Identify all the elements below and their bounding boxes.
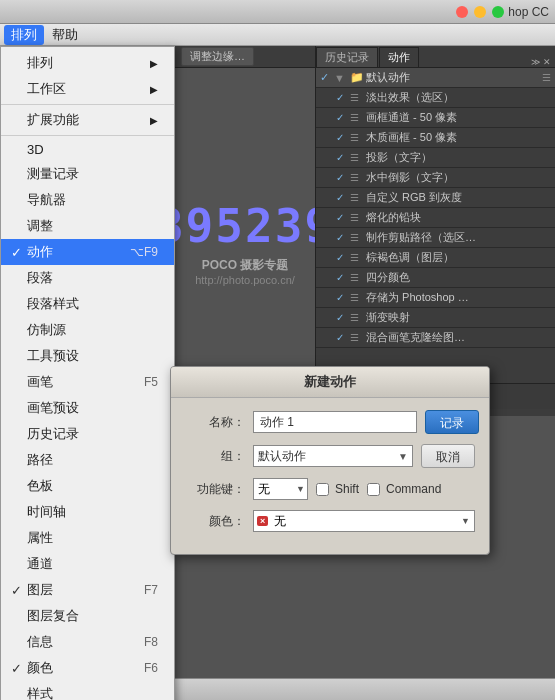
check-layer-comp: [11, 609, 25, 624]
menu-item-layers[interactable]: ✓ 图层 F7: [1, 577, 174, 603]
check-color: ✓: [11, 661, 25, 676]
menu-item-paths[interactable]: 路径: [1, 447, 174, 473]
check-adjust: [11, 219, 25, 234]
record-button[interactable]: 记录: [425, 410, 479, 434]
menu-item-navigator[interactable]: 导航器: [1, 187, 174, 213]
action-item-4[interactable]: ✓ ☰ 水中倒影（文字）: [316, 168, 555, 188]
action-item-6[interactable]: ✓ ☰ 熔化的铅块: [316, 208, 555, 228]
menu-item-history[interactable]: 历史记录: [1, 421, 174, 447]
menu-help[interactable]: 帮助: [44, 24, 86, 46]
maximize-button[interactable]: [492, 6, 504, 18]
menu-item-clone-source[interactable]: 仿制源: [1, 317, 174, 343]
menu-item-measure[interactable]: 测量记录: [1, 161, 174, 187]
adjust-edge-button[interactable]: 调整边缘…: [181, 47, 254, 66]
action-item-5[interactable]: ✓ ☰ 自定义 RGB 到灰度: [316, 188, 555, 208]
check-tool-presets: [11, 349, 25, 364]
menu-item-brush-presets[interactable]: 画笔预设: [1, 395, 174, 421]
menu-item-arrange[interactable]: 排列 ▶: [1, 50, 174, 76]
check-properties: [11, 531, 25, 546]
window-title: hop CC: [508, 5, 549, 19]
menu-item-channels[interactable]: 通道: [1, 551, 174, 577]
color-select-wrapper: 无 × ▼: [253, 510, 475, 532]
check-brush: [11, 375, 25, 390]
menu-item-properties[interactable]: 属性: [1, 525, 174, 551]
main-window: hop CC 排列 帮助 排列 ▶ 工作区 ▶ 扩展功能: [0, 0, 555, 700]
check-timeline: [11, 505, 25, 520]
check-history: [11, 427, 25, 442]
menu-item-styles[interactable]: 样式: [1, 681, 174, 700]
name-label: 名称：: [185, 414, 245, 431]
menu-item-3d[interactable]: 3D: [1, 138, 174, 161]
check-brush-presets: [11, 401, 25, 416]
menu-item-adjust[interactable]: 调整: [1, 213, 174, 239]
dialog-funckey-row: 功能键： 无 ▼ Shift Command: [185, 478, 475, 500]
new-action-dialog: 新建动作 名称： 记录 组： 默认动作 ▼ 取: [170, 366, 490, 555]
menu-item-info[interactable]: 信息 F8: [1, 629, 174, 655]
shortcut-info: F8: [144, 635, 158, 649]
menu-item-color[interactable]: ✓ 颜色 F6: [1, 655, 174, 681]
window-controls: [456, 6, 504, 18]
menu-item-actions[interactable]: ✓ 动作 ⌥F9: [1, 239, 174, 265]
action-item-7[interactable]: ✓ ☰ 制作剪贴路径（选区…: [316, 228, 555, 248]
close-button[interactable]: [456, 6, 468, 18]
action-item-12[interactable]: ✓ ☰ 混合画笔克隆绘图…: [316, 328, 555, 348]
menu-item-workspace[interactable]: 工作区 ▶: [1, 76, 174, 102]
canvas-area: 895239 POCO 摄影专题 http://photo.poco.cn/: [175, 68, 315, 416]
funckey-select[interactable]: 无: [253, 478, 308, 500]
command-label: Command: [386, 482, 441, 496]
check-swatches: [11, 479, 25, 494]
menu-item-extensions[interactable]: 扩展功能 ▶: [1, 107, 174, 133]
action-item-1[interactable]: ✓ ☰ 画框通道 - 50 像素: [316, 108, 555, 128]
group-select[interactable]: 默认动作: [253, 445, 413, 467]
color-select[interactable]: 无: [253, 510, 475, 532]
content-area: 排列 ▶ 工作区 ▶ 扩展功能 ▶ 3D: [0, 46, 555, 700]
action-item-11[interactable]: ✓ ☰ 渐变映射: [316, 308, 555, 328]
name-input[interactable]: [253, 411, 417, 433]
check-3d: [11, 142, 25, 157]
menu-item-paragraph-style[interactable]: 段落样式: [1, 291, 174, 317]
minimize-button[interactable]: [474, 6, 486, 18]
dialog-name-row: 名称： 记录: [185, 410, 475, 434]
check-info: [11, 635, 25, 650]
shortcut-brush: F5: [144, 375, 158, 389]
menu-item-tool-presets[interactable]: 工具预设: [1, 343, 174, 369]
shift-checkbox[interactable]: [316, 483, 329, 496]
arrow-extensions: ▶: [150, 115, 158, 126]
menu-item-swatches[interactable]: 色板: [1, 473, 174, 499]
tab-history[interactable]: 历史记录: [316, 47, 378, 67]
shift-label: Shift: [335, 482, 359, 496]
menu-item-layer-comp[interactable]: 图层复合: [1, 603, 174, 629]
shortcut-actions: ⌥F9: [130, 245, 158, 259]
tab-actions[interactable]: 动作: [379, 47, 419, 67]
panel-menu-icon[interactable]: ≫: [531, 57, 540, 67]
action-item-9[interactable]: ✓ ☰ 四分颜色: [316, 268, 555, 288]
menu-item-brush[interactable]: 画笔 F5: [1, 369, 174, 395]
action-item-0[interactable]: ✓ ☰ 淡出效果（选区）: [316, 88, 555, 108]
shortcut-layers: F7: [144, 583, 158, 597]
check-group: ✓: [320, 71, 334, 84]
command-checkbox[interactable]: [367, 483, 380, 496]
check-paths: [11, 453, 25, 468]
cancel-button[interactable]: 取消: [421, 444, 475, 468]
action-item-2[interactable]: ✓ ☰ 木质画框 - 50 像素: [316, 128, 555, 148]
check-actions: ✓: [11, 245, 25, 260]
action-item-3[interactable]: ✓ ☰ 投影（文字）: [316, 148, 555, 168]
check-channels: [11, 557, 25, 572]
folder-icon: 📁: [350, 71, 366, 84]
check-layers: ✓: [11, 583, 25, 598]
window-titlebar: hop CC: [0, 0, 555, 24]
menu-item-paragraph[interactable]: 段落: [1, 265, 174, 291]
funckey-label: 功能键：: [185, 481, 245, 498]
action-item-8[interactable]: ✓ ☰ 棕褐色调（图层）: [316, 248, 555, 268]
actions-group-header[interactable]: ✓ ▼ 📁 默认动作 ☰: [316, 68, 555, 88]
dropdown-menu: 排列 ▶ 工作区 ▶ 扩展功能 ▶ 3D: [0, 46, 175, 700]
shortcut-color: F6: [144, 661, 158, 675]
canvas-watermark-line1: POCO 摄影专题: [202, 257, 289, 274]
check-extensions: [11, 113, 25, 128]
panel-tabs: 历史记录 动作 ≫ ✕: [316, 46, 555, 68]
panel-close-icon[interactable]: ✕: [543, 57, 551, 67]
menu-window[interactable]: 排列: [4, 25, 44, 45]
action-item-10[interactable]: ✓ ☰ 存储为 Photoshop …: [316, 288, 555, 308]
expand-icon: ▼: [334, 72, 348, 84]
menu-item-timeline[interactable]: 时间轴: [1, 499, 174, 525]
